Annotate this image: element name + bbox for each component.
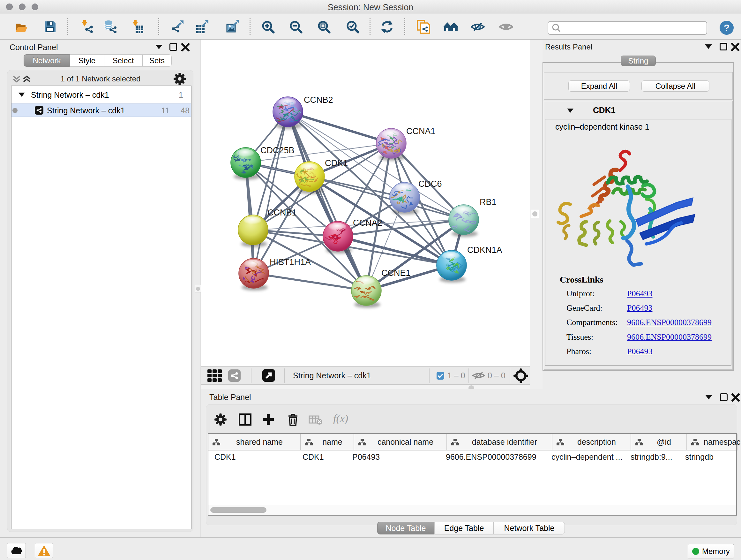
svg-text:CDK1: CDK1 [325,159,348,168]
svg-text:CCNA1: CCNA1 [406,126,435,136]
svg-text:CCNB1: CCNB1 [267,208,297,217]
svg-text:CCNA2: CCNA2 [353,218,382,228]
svg-text:CDC6: CDC6 [418,179,442,189]
svg-text:CDC25B: CDC25B [260,145,294,155]
svg-text:CCNE1: CCNE1 [381,268,411,278]
svg-text:CCNB2: CCNB2 [304,95,333,105]
svg-text:CDKN1A: CDKN1A [467,245,502,255]
svg-text:RB1: RB1 [480,197,496,207]
svg-text:?: ? [724,22,730,33]
svg-text:HIST1H1A: HIST1H1A [270,257,311,267]
